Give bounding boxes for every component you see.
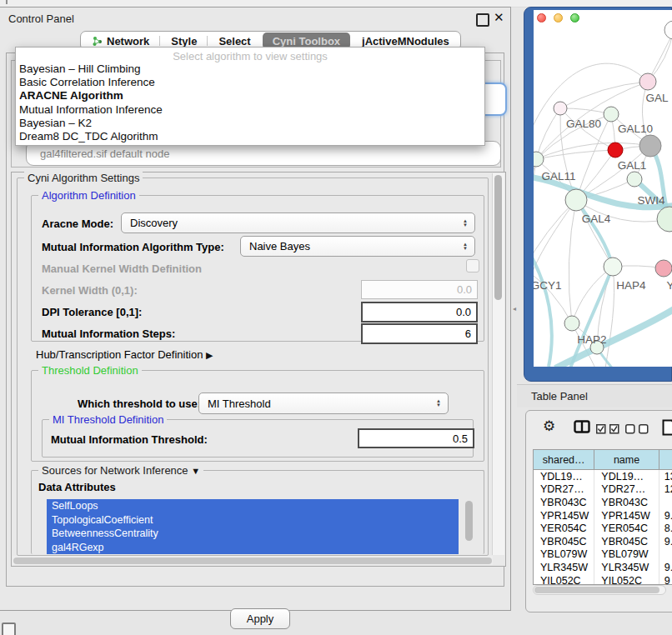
gear-icon[interactable]: ⚙ xyxy=(543,418,555,435)
apply-button[interactable]: Apply xyxy=(230,608,290,629)
table-row[interactable]: YBR043CYBR043C xyxy=(534,496,672,509)
data-attribute-item[interactable]: TopologicalCoefficient xyxy=(47,513,459,528)
table-row[interactable]: YPR145WYPR145W9. xyxy=(534,509,672,522)
mi-type-combobox[interactable]: Naive Bayes ▲▼ xyxy=(240,236,475,257)
manual-kernel-checkbox[interactable] xyxy=(466,259,479,272)
table-cell: 9. xyxy=(659,509,672,522)
algorithm-option[interactable]: Basic Correlation Inference xyxy=(16,76,484,89)
close-icon[interactable]: ✕ xyxy=(494,10,504,25)
algorithm-option[interactable]: Bayesian – Hill Climbing xyxy=(16,62,484,76)
scrollbar-thumb[interactable] xyxy=(534,587,659,593)
network-canvas[interactable]: GALGAL80GAL10GAL1GAL11SWI4GAL4GCY1HAP4YH… xyxy=(534,10,672,367)
network-node-y[interactable] xyxy=(655,260,672,277)
table-cell xyxy=(659,496,672,509)
network-node-gal10[interactable] xyxy=(604,107,619,122)
algorithm-option[interactable]: Dream8 DC_TDC Algorithm xyxy=(16,130,484,143)
network-node[interactable] xyxy=(664,21,672,39)
scrollbar-thumb[interactable] xyxy=(494,175,502,300)
algorithm-option[interactable]: ARACNE Algorithm xyxy=(16,89,484,102)
attributes-list-scrollbar[interactable] xyxy=(465,501,473,541)
column-header[interactable]: name xyxy=(594,450,659,470)
node-table: shared…nameA YDL19…YDL19…13YDR27…YDR27…1… xyxy=(533,449,672,585)
cyni-group-title: Cyni Algorithm Settings xyxy=(24,172,143,184)
tab-label: jActiveMNodules xyxy=(362,35,449,48)
expand-arrow-icon: ▶ xyxy=(206,350,213,360)
float-window-icon[interactable] xyxy=(476,13,489,27)
network-node-gal4[interactable] xyxy=(565,189,587,211)
network-node[interactable] xyxy=(657,207,672,232)
data-attribute-item[interactable]: gal4RGexp xyxy=(47,541,459,555)
settings-vertical-scrollbar[interactable] xyxy=(492,173,504,555)
table-row[interactable]: YLR345WYLR345W9. xyxy=(534,561,672,574)
table-panel-window: ⚙ shared…nameA YDL19…YDL19…13YDR27…YDR27… xyxy=(525,410,672,612)
data-attribute-item[interactable]: SelfLoops xyxy=(47,499,459,513)
table-row[interactable]: YBL079WYBL079W xyxy=(534,548,672,562)
settings-horizontal-scrollbar[interactable] xyxy=(13,556,493,565)
table-cell: YPR145W xyxy=(534,509,594,522)
scrollbar-thumb[interactable] xyxy=(13,558,492,564)
which-threshold-value: MI Threshold xyxy=(208,398,271,410)
minimized-panel-icon[interactable] xyxy=(2,622,16,635)
collapse-arrow-icon: ▼ xyxy=(191,466,200,476)
table-cell: YER054C xyxy=(534,522,594,535)
column-header[interactable]: shared… xyxy=(534,450,594,470)
node-label: HAP4 xyxy=(616,279,646,292)
table-cell: YIL052C xyxy=(594,574,659,585)
data-attribute-item[interactable]: BetweennessCentrality xyxy=(47,527,459,541)
dpi-tolerance-field[interactable]: 0.0 xyxy=(361,302,478,322)
table-header-row: shared…nameA xyxy=(534,450,672,470)
settings-scrollpane: Cyni Algorithm Settings Algorithm Defini… xyxy=(11,172,506,567)
control-panel: Control Panel ✕ NetworkStyleSelectCyni T… xyxy=(0,7,511,611)
which-threshold-combobox[interactable]: MI Threshold ▲▼ xyxy=(198,392,449,414)
hub-definition-expander[interactable]: Hub/Transcription Factor Definition ▶ xyxy=(36,348,213,361)
network-node-gal80[interactable] xyxy=(554,102,567,115)
kernel-width-field[interactable]: 0.0 xyxy=(361,280,478,299)
table-cell: 13 xyxy=(659,470,672,483)
node-label: GAL4 xyxy=(582,212,611,225)
deselect-all-checkboxes-icon[interactable] xyxy=(625,422,649,438)
table-panel-title: Table Panel xyxy=(531,390,588,402)
mi-threshold-field[interactable]: 0.5 xyxy=(358,428,474,448)
combo-stepper-icon: ▲▼ xyxy=(436,399,441,408)
mi-threshold-group-title: MI Threshold Definition xyxy=(49,413,167,426)
table-cell: YER054C xyxy=(594,522,659,535)
network-node-gal1[interactable] xyxy=(608,142,623,158)
network-node-gal[interactable] xyxy=(639,73,656,90)
column-layout-icon[interactable] xyxy=(574,420,590,437)
table-row[interactable]: YDL19…YDL19…13 xyxy=(534,470,672,483)
network-view-window: GALGAL80GAL10GAL1GAL11SWI4GAL4GCY1HAP4YH… xyxy=(524,7,672,382)
network-node[interactable] xyxy=(639,135,661,157)
algorithm-definition-group: Algorithm Definition Aracne Mode: Discov… xyxy=(31,195,484,342)
sources-group-title[interactable]: Sources for Network Inference ▼ xyxy=(38,464,203,477)
table-horizontal-scrollbar[interactable] xyxy=(533,585,666,595)
select-all-checkboxes-icon[interactable] xyxy=(596,422,619,438)
table-row[interactable]: YDR27…YDR27…12 xyxy=(534,483,672,497)
table-row[interactable]: YBR045CYBR045C9. xyxy=(534,535,672,548)
sources-group: Sources for Network Inference ▼ Data Att… xyxy=(31,470,484,554)
export-table-icon[interactable] xyxy=(662,419,672,439)
network-node-hap4[interactable] xyxy=(604,258,622,276)
table-cell: YIL052C xyxy=(534,574,594,585)
network-node-hap2[interactable] xyxy=(564,316,579,331)
table-panel-titlebar: Table Panel xyxy=(517,384,672,408)
table-row[interactable]: YIL052CYIL052C9 xyxy=(534,574,672,585)
aracne-mode-combobox[interactable]: Discovery ▲▼ xyxy=(121,212,475,233)
network-node-swi4[interactable] xyxy=(627,172,642,187)
mi-steps-field[interactable]: 6 xyxy=(361,323,478,344)
algorithm-dropdown-list: Select algorithm to view settings Bayesi… xyxy=(15,47,485,146)
mi-threshold-group: MI Threshold Definition Mutual Informati… xyxy=(42,419,474,458)
column-header[interactable]: A xyxy=(659,450,672,470)
table-cell: YBR043C xyxy=(534,496,594,509)
algorithm-option[interactable]: Bayesian – K2 xyxy=(16,117,484,130)
node-label: GAL xyxy=(645,92,669,104)
node-label: GAL80 xyxy=(566,118,601,130)
node-label: GAL11 xyxy=(541,170,575,182)
algorithm-option[interactable]: Mutual Information Inference xyxy=(16,103,484,117)
data-attributes-list[interactable]: SelfLoopsTopologicalCoefficientBetweenne… xyxy=(47,499,459,554)
network-graph: GALGAL80GAL10GAL1GAL11SWI4GAL4GCY1HAP4YH… xyxy=(534,10,672,367)
application-window: { "icons": { "expander_collapsed": "▶", … xyxy=(0,0,672,635)
panel-divider-handle[interactable]: ◂ xyxy=(513,305,517,312)
chrome-tick xyxy=(6,0,8,4)
table-body: YDL19…YDL19…13YDR27…YDR27…12YBR043CYBR04… xyxy=(534,470,672,585)
table-row[interactable]: YER054CYER054C8. xyxy=(534,522,672,535)
